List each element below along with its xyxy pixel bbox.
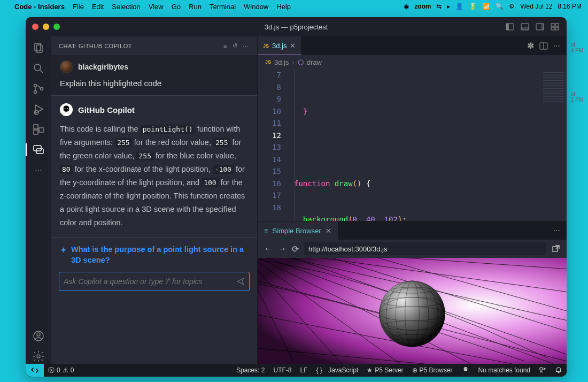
- layout-sidebar-right-icon[interactable]: [535, 21, 545, 32]
- settings-gear-icon[interactable]: [31, 349, 46, 364]
- split-editor-icon[interactable]: [539, 42, 548, 50]
- layout-panel-icon[interactable]: [520, 21, 530, 32]
- battery-icon[interactable]: 🔋: [469, 3, 477, 10]
- play-icon[interactable]: ▸: [447, 3, 450, 10]
- menu-edit[interactable]: Edit: [92, 3, 104, 11]
- more-icon[interactable]: ···: [31, 163, 46, 178]
- editor-group: JS 3d.js ✕ ✽ ··· JS 3d.js › ⬡ draw: [258, 36, 567, 364]
- error-icon: ⓧ: [48, 366, 55, 375]
- status-feedback-icon[interactable]: [535, 366, 551, 374]
- minimize-window-button[interactable]: [43, 24, 49, 30]
- svg-point-25: [37, 333, 40, 336]
- menu-go[interactable]: Go: [172, 3, 181, 11]
- status-copilot[interactable]: [457, 366, 474, 375]
- layout-sidebar-left-icon[interactable]: [505, 21, 515, 32]
- chat-more-icon[interactable]: ···: [243, 43, 249, 49]
- chat-input-field[interactable]: [64, 277, 236, 286]
- svg-marker-17: [35, 105, 43, 113]
- menubar-app-name[interactable]: Code - Insiders: [14, 3, 65, 11]
- svg-rect-5: [541, 24, 544, 30]
- svg-rect-10: [35, 43, 41, 51]
- customize-layout-icon[interactable]: [550, 21, 560, 32]
- code-content[interactable]: } function draw() { background(0, 40, 10…: [289, 69, 541, 221]
- chat-copilot-message: GitHub Copilot This code is calling the …: [51, 96, 257, 237]
- menu-window[interactable]: Window: [244, 3, 268, 11]
- status-bell-icon[interactable]: [551, 366, 567, 374]
- zoom-status[interactable]: zoom: [414, 3, 431, 10]
- menu-file[interactable]: File: [73, 3, 84, 11]
- chat-username: blackgirlbytes: [78, 63, 128, 71]
- open-external-icon[interactable]: [552, 245, 560, 253]
- svg-rect-29: [553, 247, 558, 251]
- browser-more-icon[interactable]: ···: [553, 226, 560, 235]
- user-avatar: [60, 60, 73, 73]
- status-eol[interactable]: LF: [296, 366, 312, 374]
- user-icon[interactable]: 👤: [455, 3, 463, 10]
- remote-indicator[interactable]: [26, 364, 44, 377]
- close-window-button[interactable]: [32, 24, 38, 30]
- menu-run[interactable]: Run: [189, 3, 202, 11]
- status-language[interactable]: { } JavaScript: [312, 366, 362, 374]
- source-control-icon[interactable]: [31, 81, 46, 96]
- tab-simple-browser[interactable]: ≡ Simple Browser ✕: [258, 221, 338, 240]
- breadcrumb-file[interactable]: 3d.js: [274, 58, 289, 66]
- svg-rect-19: [34, 125, 38, 129]
- browser-toolbar: ← → ⟳ http://localhost:3000/3d.js: [258, 240, 567, 258]
- breadcrumb-bar[interactable]: JS 3d.js › ⬡ draw: [258, 55, 567, 69]
- js-file-icon: JS: [263, 43, 269, 49]
- chat-sidebar: CHAT: GITHUB COPILOT ≡ ↺ ··· blackgirlby…: [51, 36, 258, 364]
- minimap[interactable]: [541, 69, 567, 221]
- js-file-icon: JS: [265, 59, 271, 65]
- svg-rect-9: [555, 27, 559, 30]
- menu-help[interactable]: Help: [276, 3, 291, 11]
- chat-list-icon[interactable]: ≡: [223, 43, 227, 49]
- menu-extra-1-icon[interactable]: ⇆: [436, 3, 442, 10]
- menubar-date[interactable]: Wed Jul 12: [520, 3, 552, 10]
- suggestion-text[interactable]: What is the purpose of a point light sou…: [71, 244, 249, 266]
- status-spaces[interactable]: Spaces: 2: [232, 366, 269, 374]
- status-encoding[interactable]: UTF-8: [269, 366, 296, 374]
- window-title: 3d.js — p5projectest: [26, 23, 567, 31]
- status-search[interactable]: No matches found: [474, 366, 535, 374]
- svg-point-58: [540, 368, 543, 370]
- search-icon[interactable]: 🔍: [496, 3, 504, 10]
- url-bar[interactable]: http://localhost:3000/3d.js: [304, 242, 546, 255]
- back-icon[interactable]: ←: [264, 244, 273, 254]
- status-problems[interactable]: ⓧ0 ⚠0: [44, 366, 78, 375]
- chat-icon[interactable]: [31, 142, 46, 157]
- desktop-notifications-peek: ot 4 PM ot 1 PM: [571, 42, 585, 103]
- tab-label: 3d.js: [272, 42, 287, 50]
- wifi-icon[interactable]: 📶: [482, 3, 490, 10]
- editor-more-icon[interactable]: ···: [553, 41, 560, 51]
- chat-history-icon[interactable]: ↺: [233, 42, 238, 49]
- run-debug-icon[interactable]: [31, 102, 46, 117]
- search-icon[interactable]: [31, 61, 46, 76]
- copilot-toolbar-icon[interactable]: ✽: [527, 41, 534, 51]
- menu-terminal[interactable]: Terminal: [210, 3, 236, 11]
- chat-suggestion[interactable]: ✦ What is the purpose of a point light s…: [51, 237, 257, 272]
- control-center-icon[interactable]: ⚙: [509, 3, 515, 10]
- svg-point-46: [379, 281, 445, 347]
- tab-3d-js[interactable]: JS 3d.js ✕: [258, 36, 301, 55]
- extensions-icon[interactable]: [31, 122, 46, 137]
- reload-icon[interactable]: ⟳: [292, 244, 299, 254]
- forward-icon[interactable]: →: [278, 244, 287, 254]
- breadcrumb-symbol[interactable]: draw: [307, 58, 322, 66]
- menubar-time[interactable]: 8:16 PM: [558, 3, 582, 10]
- svg-rect-22: [34, 146, 41, 151]
- accounts-icon[interactable]: [31, 328, 46, 343]
- code-editor[interactable]: 7 8 9 10 11 12 13 14 15 16 17 18 }: [258, 69, 567, 221]
- send-icon[interactable]: [236, 277, 245, 286]
- menu-view[interactable]: View: [149, 3, 164, 11]
- status-p5server[interactable]: ★P5 Server: [362, 366, 407, 374]
- record-icon[interactable]: ◉: [404, 3, 409, 10]
- tab-close-icon[interactable]: ✕: [290, 42, 296, 50]
- menu-selection[interactable]: Selection: [112, 3, 140, 11]
- chat-input[interactable]: [59, 272, 250, 291]
- rendered-sphere: [379, 281, 445, 347]
- zoom-window-button[interactable]: [53, 24, 60, 30]
- svg-rect-1: [506, 24, 509, 30]
- explorer-icon[interactable]: [31, 41, 46, 56]
- status-p5browser[interactable]: ⊕P5 Browser: [408, 366, 457, 374]
- tab-close-icon[interactable]: ✕: [326, 227, 331, 235]
